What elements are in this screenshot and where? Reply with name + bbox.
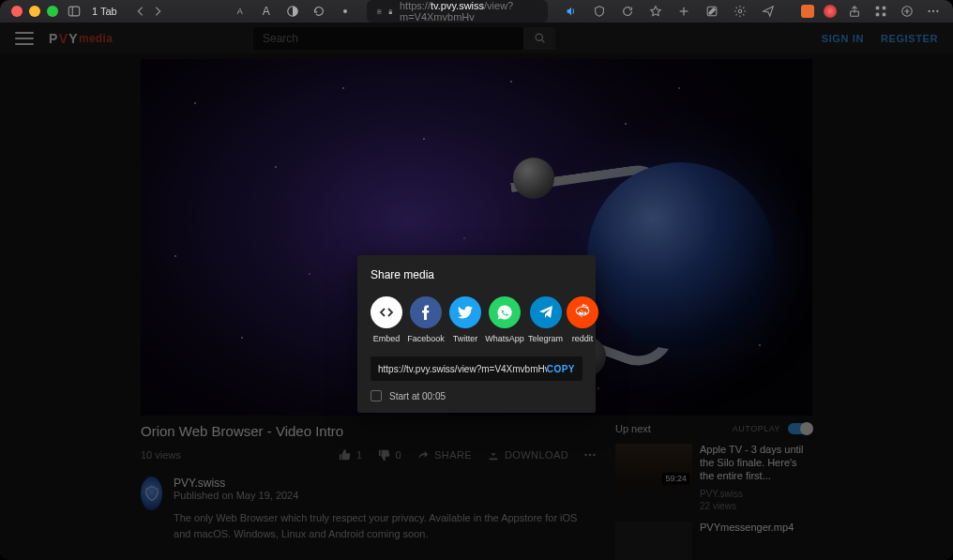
- share-telegram-button[interactable]: [530, 296, 562, 328]
- video-title: Orion Web Browser - Video Intro: [141, 423, 597, 439]
- share-embed-button[interactable]: [371, 296, 402, 328]
- url-bar[interactable]: https://tv.pvy.swiss/view?m=V4XmvbmHv: [367, 0, 548, 23]
- site-logo[interactable]: PVYmedia: [49, 31, 113, 46]
- tab-count-label: 1 Tab: [92, 6, 117, 17]
- extension-1-icon[interactable]: [801, 5, 814, 18]
- refresh-icon[interactable]: [310, 4, 327, 19]
- recommendation-views: 22 views: [700, 500, 812, 512]
- channel-row: PVY.swiss Published on May 19, 2024 The …: [141, 477, 597, 541]
- video-graphic-globe: [587, 162, 775, 350]
- upnext-label: Up next: [615, 423, 725, 434]
- share-whatsapp-button[interactable]: [489, 296, 521, 328]
- menu-button[interactable]: [15, 32, 34, 45]
- svg-line-24: [541, 40, 544, 43]
- add-icon[interactable]: [675, 4, 692, 19]
- reader-icon: [376, 8, 383, 16]
- recommendation-thumbnail: [615, 522, 692, 560]
- svg-rect-16: [883, 13, 886, 17]
- search-form: [253, 27, 555, 50]
- start-at-checkbox[interactable]: [371, 390, 382, 401]
- site-indicator-icon[interactable]: [337, 4, 354, 19]
- recommendation-channel: PVY.swiss: [700, 488, 812, 500]
- autoplay-toggle[interactable]: [788, 423, 812, 434]
- video-graphic-orb: [513, 158, 554, 199]
- sidebar-toggle-icon[interactable]: [66, 4, 83, 19]
- start-at-row: Start at 00:05: [371, 390, 582, 401]
- text-small-icon[interactable]: A: [232, 4, 249, 19]
- minimize-window-button[interactable]: [29, 6, 40, 17]
- svg-rect-0: [68, 7, 79, 16]
- svg-point-26: [589, 454, 591, 456]
- svg-point-11: [738, 9, 742, 13]
- share-url-text[interactable]: https://tv.pvy.swiss/view?m=V4XmvbmHv: [378, 364, 547, 374]
- svg-rect-14: [883, 7, 886, 10]
- extension-2-icon[interactable]: [824, 5, 837, 18]
- channel-avatar[interactable]: [141, 477, 162, 510]
- share-icon[interactable]: [846, 4, 863, 19]
- browser-titlebar: 1 Tab A A https://tv.pvy.swiss/view?m=V4…: [0, 0, 953, 23]
- share-options: Embed Facebook Twitter WhatsApp Telegram: [371, 296, 582, 343]
- share-modal: Share media Embed Facebook Twitter Whats…: [357, 255, 596, 413]
- share-twitter-button[interactable]: [449, 296, 481, 328]
- site-header: PVYmedia SIGN IN REGISTER: [0, 23, 953, 53]
- sidebar-upnext: Up next AUTOPLAY 59:24 Apple TV - 3 days…: [615, 423, 812, 560]
- video-views: 10 views: [141, 449, 339, 461]
- svg-point-23: [536, 34, 542, 40]
- lock-icon: [387, 8, 394, 16]
- traffic-lights: [11, 6, 58, 17]
- close-window-button[interactable]: [11, 6, 23, 17]
- copy-button[interactable]: COPY: [547, 364, 575, 374]
- share-next-button[interactable]: [575, 306, 590, 321]
- more-icon[interactable]: [925, 4, 942, 19]
- svg-point-22: [936, 10, 938, 12]
- reload-icon[interactable]: [619, 4, 636, 19]
- text-large-icon[interactable]: A: [258, 4, 275, 19]
- like-button[interactable]: 1: [339, 448, 363, 462]
- recommendation-title: PVYmessenger.mp4: [700, 522, 812, 535]
- contrast-icon[interactable]: [284, 4, 301, 19]
- video-info: Orion Web Browser - Video Intro 10 views…: [141, 423, 597, 560]
- nav-forward-button[interactable]: [149, 4, 166, 19]
- share-facebook-button[interactable]: [410, 296, 442, 328]
- recommendation-item[interactable]: PVYmessenger.mp4: [615, 522, 812, 560]
- new-tab-icon[interactable]: [899, 4, 915, 19]
- compose-icon[interactable]: [703, 4, 720, 19]
- search-button[interactable]: [523, 27, 555, 50]
- shield-icon[interactable]: [591, 4, 608, 19]
- share-modal-title: Share media: [371, 268, 582, 281]
- browser-window: 1 Tab A A https://tv.pvy.swiss/view?m=V4…: [0, 0, 953, 560]
- dislike-button[interactable]: 0: [378, 448, 402, 462]
- autoplay-label: AUTOPLAY: [733, 424, 780, 433]
- below-video: Orion Web Browser - Video Intro 10 views…: [0, 416, 953, 560]
- more-actions-button[interactable]: [583, 448, 597, 462]
- sound-icon[interactable]: [563, 4, 580, 19]
- svg-point-27: [593, 454, 595, 456]
- svg-rect-15: [876, 13, 880, 17]
- svg-point-21: [932, 10, 934, 12]
- publish-date: Published on May 19, 2024: [174, 490, 597, 501]
- nav-back-button[interactable]: [132, 4, 149, 19]
- video-description: The only Web Browser which truly respect…: [174, 510, 597, 541]
- auth-links: SIGN IN REGISTER: [822, 33, 938, 44]
- search-input[interactable]: [253, 27, 523, 50]
- url-text: https://tv.pvy.swiss/view?m=V4XmvbmHv: [400, 0, 538, 23]
- settings-gear-icon[interactable]: [732, 4, 749, 19]
- share-button[interactable]: SHARE: [416, 448, 472, 462]
- page-content: PVYmedia SIGN IN REGISTER: [0, 23, 953, 560]
- video-actions: 1 0 SHARE DOWNLOAD: [339, 448, 597, 462]
- recommendation-thumbnail: 59:24: [615, 444, 692, 487]
- share-url-box: https://tv.pvy.swiss/view?m=V4XmvbmHv CO…: [371, 356, 582, 381]
- sign-in-link[interactable]: SIGN IN: [822, 33, 864, 44]
- recommendation-item[interactable]: 59:24 Apple TV - 3 days until the Silo f…: [615, 444, 812, 512]
- svg-point-20: [928, 10, 930, 12]
- download-button[interactable]: DOWNLOAD: [487, 448, 568, 462]
- start-at-label: Start at 00:05: [389, 391, 446, 401]
- svg-rect-7: [389, 11, 392, 14]
- svg-rect-13: [876, 7, 880, 10]
- grid-icon[interactable]: [872, 4, 889, 19]
- maximize-window-button[interactable]: [47, 6, 58, 17]
- register-link[interactable]: REGISTER: [881, 33, 938, 44]
- channel-name[interactable]: PVY.swiss: [174, 477, 597, 490]
- bookmark-icon[interactable]: [647, 4, 664, 19]
- send-icon[interactable]: [760, 4, 777, 19]
